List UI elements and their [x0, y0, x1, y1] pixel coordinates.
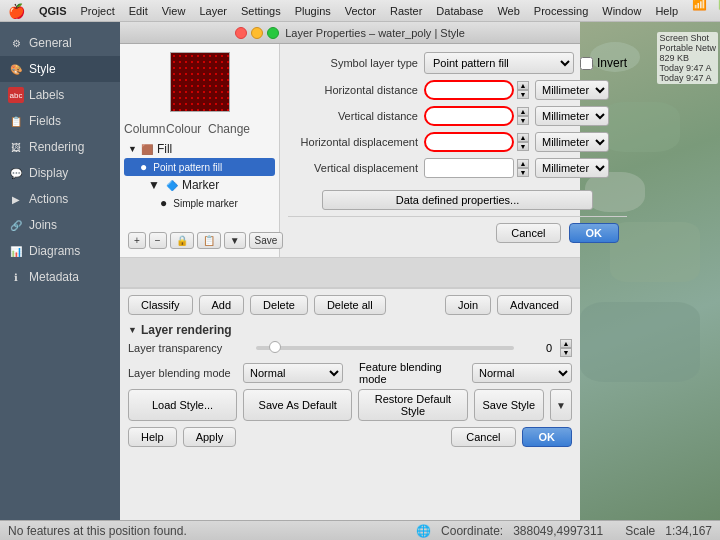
- horizontal-displacement-spinner[interactable]: ▲ ▼: [517, 133, 529, 151]
- sidebar-item-style[interactable]: 🎨 Style: [0, 56, 120, 82]
- menu-edit[interactable]: Edit: [129, 5, 148, 17]
- tree-controls: + − 🔒 📋 ▼ Save: [124, 228, 275, 253]
- coordinate-label: Coordinate:: [441, 524, 503, 538]
- tree-point-pattern-item[interactable]: ● Point pattern fill: [124, 158, 275, 176]
- sidebar-item-display[interactable]: 💬 Display: [0, 160, 120, 186]
- vertical-displacement-unit[interactable]: Millimeter: [535, 158, 609, 178]
- transparency-slider-thumb[interactable]: [269, 341, 281, 353]
- inner-cancel-btn[interactable]: Cancel: [496, 223, 560, 243]
- horizontal-distance-input[interactable]: 3.000000: [424, 80, 514, 100]
- vertical-distance-unit[interactable]: Millimeter: [535, 106, 609, 126]
- horizontal-displacement-input[interactable]: 1.5: [424, 132, 514, 152]
- move-down-btn[interactable]: ▼: [224, 232, 246, 249]
- scale-label: Scale: [625, 524, 655, 538]
- sidebar-item-fields[interactable]: 📋 Fields: [0, 108, 120, 134]
- tree-simple-marker-item[interactable]: ● Simple marker: [124, 194, 275, 212]
- menu-processing[interactable]: Processing: [534, 5, 588, 17]
- inner-ok-btn[interactable]: OK: [569, 223, 620, 243]
- menu-vector[interactable]: Vector: [345, 5, 376, 17]
- join-btn[interactable]: Join: [445, 295, 491, 315]
- feature-blend-select[interactable]: Normal: [472, 363, 572, 383]
- classify-btn[interactable]: Classify: [128, 295, 193, 315]
- vertical-displacement-input[interactable]: 0.000000: [424, 158, 514, 178]
- menu-raster[interactable]: Raster: [390, 5, 422, 17]
- transparency-spin-up[interactable]: ▲: [560, 339, 572, 348]
- menu-view[interactable]: View: [162, 5, 186, 17]
- spin-down-vd-icon[interactable]: ▼: [517, 168, 529, 177]
- menu-database[interactable]: Database: [436, 5, 483, 17]
- spin-up-v-icon[interactable]: ▲: [517, 107, 529, 116]
- sidebar-item-rendering[interactable]: 🖼 Rendering: [0, 134, 120, 160]
- tree-marker-item[interactable]: ▼ 🔷 Marker: [124, 176, 275, 194]
- apple-menu[interactable]: 🍎: [8, 3, 25, 19]
- transparency-slider-track[interactable]: [256, 346, 514, 350]
- maximize-button[interactable]: [267, 27, 279, 39]
- vertical-displacement-spinner[interactable]: ▲ ▼: [517, 159, 529, 177]
- add-layer-btn[interactable]: +: [128, 232, 146, 249]
- save-tree-btn[interactable]: Save: [249, 232, 284, 249]
- dialog-title-bar: Layer Properties – water_poly | Style: [120, 22, 580, 44]
- load-style-btn[interactable]: Load Style...: [128, 389, 237, 421]
- menu-plugins[interactable]: Plugins: [295, 5, 331, 17]
- menu-help[interactable]: Help: [655, 5, 678, 17]
- menu-window[interactable]: Window: [602, 5, 641, 17]
- data-defined-btn[interactable]: Data defined properties...: [322, 190, 593, 210]
- invert-checkbox[interactable]: [580, 57, 593, 70]
- sidebar-item-diagrams[interactable]: 📊 Diagrams: [0, 238, 120, 264]
- outer-cancel-btn[interactable]: Cancel: [451, 427, 515, 447]
- tree-fill-item[interactable]: ▼ 🟫 Fill: [124, 140, 275, 158]
- horizontal-distance-row: Horizontal distance 3.000000 ▲ ▼ Millime…: [288, 80, 627, 100]
- transparency-spinner[interactable]: ▲ ▼: [560, 339, 572, 357]
- horizontal-displacement-unit[interactable]: Millimeter: [535, 132, 609, 152]
- main-dialog: Column Colour Change ▼ 🟫 Fill ● Point pa…: [120, 44, 580, 520]
- menu-layer[interactable]: Layer: [199, 5, 227, 17]
- apply-btn[interactable]: Apply: [183, 427, 237, 447]
- save-as-default-btn[interactable]: Save As Default: [243, 389, 352, 421]
- sidebar-item-labels[interactable]: abc Labels: [0, 82, 120, 108]
- minimize-button[interactable]: [251, 27, 263, 39]
- menu-qgis[interactable]: QGIS: [39, 5, 67, 17]
- coordinate-icon: 🌐: [416, 524, 431, 538]
- vertical-distance-input[interactable]: 3.000000: [424, 106, 514, 126]
- symbol-type-select[interactable]: Point pattern fill: [424, 52, 574, 74]
- horizontal-displacement-input-group: 1.5 ▲ ▼: [424, 132, 529, 152]
- spin-down-v-icon[interactable]: ▼: [517, 116, 529, 125]
- transparency-spin-down[interactable]: ▼: [560, 348, 572, 357]
- no-features-text: No features at this position found.: [8, 524, 187, 538]
- simple-marker-bullet: ●: [160, 196, 167, 210]
- sidebar-item-general[interactable]: ⚙ General: [0, 30, 120, 56]
- layer-blend-select[interactable]: Normal: [243, 363, 343, 383]
- remove-layer-btn[interactable]: −: [149, 232, 167, 249]
- window-controls[interactable]: [235, 27, 279, 39]
- labels-icon: abc: [8, 87, 24, 103]
- delete-all-btn[interactable]: Delete all: [314, 295, 386, 315]
- menu-settings[interactable]: Settings: [241, 5, 281, 17]
- spin-up-icon[interactable]: ▲: [517, 81, 529, 90]
- menu-web[interactable]: Web: [497, 5, 519, 17]
- sidebar-item-metadata[interactable]: ℹ Metadata: [0, 264, 120, 290]
- horizontal-distance-unit[interactable]: Millimeter: [535, 80, 609, 100]
- lock-btn[interactable]: 🔒: [170, 232, 194, 249]
- copy-btn[interactable]: 📋: [197, 232, 221, 249]
- menu-project[interactable]: Project: [81, 5, 115, 17]
- advanced-btn[interactable]: Advanced: [497, 295, 572, 315]
- fill-collapse-icon: ▼: [128, 144, 137, 154]
- invert-label: Invert: [597, 56, 627, 70]
- sidebar-item-actions[interactable]: ▶ Actions: [0, 186, 120, 212]
- save-style-btn[interactable]: Save Style: [474, 389, 545, 421]
- outer-ok-btn[interactable]: OK: [522, 427, 573, 447]
- layer-rendering-section[interactable]: ▼ Layer rendering: [128, 321, 572, 339]
- delete-btn[interactable]: Delete: [250, 295, 308, 315]
- add-btn[interactable]: Add: [199, 295, 245, 315]
- help-btn[interactable]: Help: [128, 427, 177, 447]
- save-style-dropdown[interactable]: ▼: [550, 389, 572, 421]
- spin-down-icon[interactable]: ▼: [517, 90, 529, 99]
- restore-default-btn[interactable]: Restore Default Style: [358, 389, 467, 421]
- vertical-distance-spinner[interactable]: ▲ ▼: [517, 107, 529, 125]
- horizontal-distance-spinner[interactable]: ▲ ▼: [517, 81, 529, 99]
- spin-up-hd-icon[interactable]: ▲: [517, 133, 529, 142]
- close-button[interactable]: [235, 27, 247, 39]
- sidebar-item-joins[interactable]: 🔗 Joins: [0, 212, 120, 238]
- spin-up-vd-icon[interactable]: ▲: [517, 159, 529, 168]
- spin-down-hd-icon[interactable]: ▼: [517, 142, 529, 151]
